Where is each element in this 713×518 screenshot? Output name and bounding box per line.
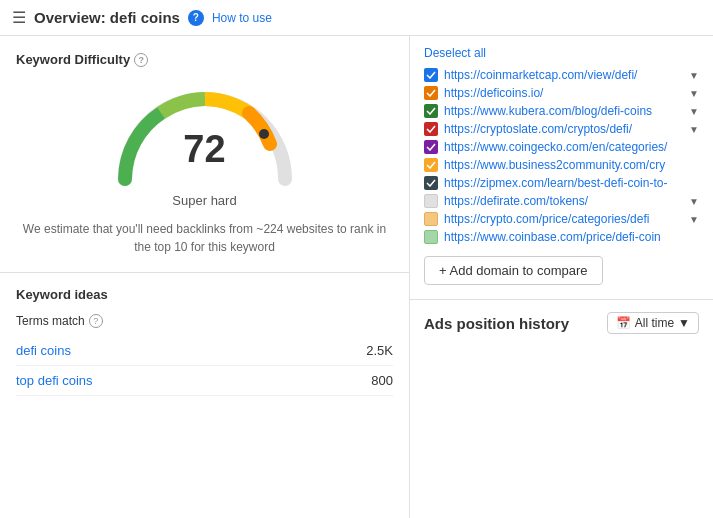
terms-match-label: Terms match <box>16 314 85 328</box>
domain-text-8: https://defirate.com/tokens/ <box>444 194 681 208</box>
domain-checkbox-8[interactable] <box>424 194 438 208</box>
keyword-volume-1: 2.5K <box>366 343 393 358</box>
list-item[interactable]: https://defirate.com/tokens/ ▼ <box>424 194 699 208</box>
list-item[interactable]: https://www.kubera.com/blog/defi-coins ▼ <box>424 104 699 118</box>
list-item[interactable]: https://www.business2community.com/cry <box>424 158 699 172</box>
domain-text-9: https://crypto.com/price/categories/defi <box>444 212 681 226</box>
list-item[interactable]: https://zipmex.com/learn/best-defi-coin-… <box>424 176 699 190</box>
terms-match-help-icon[interactable]: ? <box>89 314 103 328</box>
section-divider <box>410 299 713 300</box>
keyword-list: defi coins 2.5K top defi coins 800 <box>16 336 393 396</box>
domain-checkbox-4[interactable] <box>424 122 438 136</box>
domain-list: https://coinmarketcap.com/view/defi/ ▼ h… <box>424 68 699 244</box>
add-domain-button[interactable]: + Add domain to compare <box>424 256 603 285</box>
dropdown-arrow-9[interactable]: ▼ <box>689 214 699 225</box>
keyword-volume-2: 800 <box>371 373 393 388</box>
ads-history-header: Ads position history 📅 All time ▼ <box>424 312 699 334</box>
calendar-icon: 📅 <box>616 316 631 330</box>
ads-history-title: Ads position history <box>424 315 569 332</box>
all-time-label: All time <box>635 316 674 330</box>
dropdown-arrow-4[interactable]: ▼ <box>689 124 699 135</box>
domain-text-3: https://www.kubera.com/blog/defi-coins <box>444 104 681 118</box>
domain-text-2: https://deficoins.io/ <box>444 86 681 100</box>
gauge-value: 72 <box>183 128 225 171</box>
table-row: top defi coins 800 <box>16 366 393 396</box>
domain-text-5: https://www.coingecko.com/en/categories/ <box>444 140 699 154</box>
deselect-all-link[interactable]: Deselect all <box>424 46 699 60</box>
table-row: defi coins 2.5K <box>16 336 393 366</box>
keyword-link-1[interactable]: defi coins <box>16 343 71 358</box>
ki-section-title: Keyword ideas <box>16 287 393 302</box>
help-icon[interactable]: ? <box>188 10 204 26</box>
all-time-button[interactable]: 📅 All time ▼ <box>607 312 699 334</box>
dropdown-arrow-2[interactable]: ▼ <box>689 88 699 99</box>
gauge-label: Super hard <box>172 193 236 208</box>
header: ☰ Overview: defi coins ? How to use <box>0 0 713 36</box>
domain-text-7: https://zipmex.com/learn/best-defi-coin-… <box>444 176 699 190</box>
domain-checkbox-3[interactable] <box>424 104 438 118</box>
right-panel: Deselect all https://coinmarketcap.com/v… <box>410 36 713 518</box>
list-item[interactable]: https://deficoins.io/ ▼ <box>424 86 699 100</box>
domain-text-10: https://www.coinbase.com/price/defi-coin <box>444 230 699 244</box>
list-item[interactable]: https://coinmarketcap.com/view/defi/ ▼ <box>424 68 699 82</box>
menu-icon[interactable]: ☰ <box>12 8 26 27</box>
list-item[interactable]: https://www.coinbase.com/price/defi-coin <box>424 230 699 244</box>
how-to-use-link[interactable]: How to use <box>212 11 272 25</box>
domain-checkbox-9[interactable] <box>424 212 438 226</box>
kd-title-text: Keyword Difficulty <box>16 52 130 67</box>
domain-checkbox-1[interactable] <box>424 68 438 82</box>
terms-match-row: Terms match ? <box>16 314 393 328</box>
kd-section-title: Keyword Difficulty ? <box>16 52 393 67</box>
ki-title-text: Keyword ideas <box>16 287 108 302</box>
domain-checkbox-5[interactable] <box>424 140 438 154</box>
domain-text-1: https://coinmarketcap.com/view/defi/ <box>444 68 681 82</box>
list-item[interactable]: https://www.coingecko.com/en/categories/ <box>424 140 699 154</box>
keyword-ideas-section: Keyword ideas Terms match ? defi coins 2… <box>0 273 409 404</box>
dropdown-arrow-1[interactable]: ▼ <box>689 70 699 81</box>
list-item[interactable]: https://crypto.com/price/categories/defi… <box>424 212 699 226</box>
gauge-wrapper: 72 <box>105 79 305 189</box>
left-panel: Keyword Difficulty ? <box>0 36 410 518</box>
gauge-container: 72 Super hard <box>16 79 393 208</box>
domain-text-4: https://cryptoslate.com/cryptos/defi/ <box>444 122 681 136</box>
kd-help-icon[interactable]: ? <box>134 53 148 67</box>
domain-checkbox-6[interactable] <box>424 158 438 172</box>
list-item[interactable]: https://cryptoslate.com/cryptos/defi/ ▼ <box>424 122 699 136</box>
svg-point-0 <box>259 129 269 139</box>
keyword-link-2[interactable]: top defi coins <box>16 373 93 388</box>
kd-note: We estimate that you'll need backlinks f… <box>16 220 393 256</box>
keyword-difficulty-section: Keyword Difficulty ? <box>0 36 409 273</box>
dropdown-arrow-8[interactable]: ▼ <box>689 196 699 207</box>
chevron-down-icon: ▼ <box>678 316 690 330</box>
main-content: Keyword Difficulty ? <box>0 36 713 518</box>
domain-checkbox-10[interactable] <box>424 230 438 244</box>
page-title: Overview: defi coins <box>34 9 180 26</box>
domain-text-6: https://www.business2community.com/cry <box>444 158 699 172</box>
domain-checkbox-7[interactable] <box>424 176 438 190</box>
dropdown-arrow-3[interactable]: ▼ <box>689 106 699 117</box>
domain-checkbox-2[interactable] <box>424 86 438 100</box>
